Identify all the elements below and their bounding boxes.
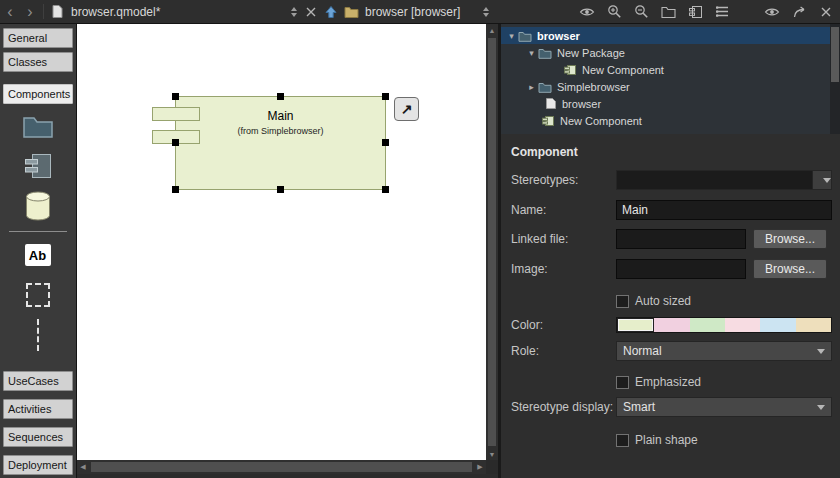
diagram-toolbar-actions [577, 2, 732, 22]
name-input[interactable] [616, 200, 832, 220]
selection-handle-bottom-center[interactable] [277, 186, 284, 193]
folder-icon [538, 47, 552, 59]
selection-handle-middle-left[interactable] [172, 139, 179, 146]
tree-item-simplebrowser[interactable]: ▸ Simplebrowser [501, 78, 840, 95]
annotation-text-icon: Ab [25, 244, 51, 266]
diagram-selector[interactable]: browser [browser] [361, 2, 493, 22]
palette-tab-classes[interactable]: Classes [3, 52, 73, 72]
add-package-button[interactable] [658, 2, 678, 22]
image-label: Image: [511, 262, 616, 276]
expander-expanded-icon[interactable]: ▾ [525, 48, 538, 58]
role-value: Normal [623, 344, 662, 358]
selection-handle-bottom-left[interactable] [172, 186, 179, 193]
role-dropdown[interactable]: Normal [616, 341, 832, 361]
tool-annotation[interactable]: Ab [0, 235, 75, 275]
spinner-arrows-icon[interactable] [291, 7, 297, 17]
image-row: Image: Browse... [511, 259, 832, 279]
scroll-up-arrow-icon[interactable]: ▲ [486, 24, 498, 36]
stereotype-display-row: Stereotype display: Smart [511, 397, 832, 417]
stereotypes-row: Stereotypes: [511, 170, 832, 190]
visibility-eye-button[interactable] [577, 2, 597, 22]
tree-item-browser-diagram[interactable]: browser [501, 95, 840, 112]
canvas-horizontal-scrollbar[interactable]: ◀ ▶ [77, 460, 486, 474]
tree-scrollbar[interactable] [830, 24, 840, 134]
canvas-vertical-scrollbar[interactable]: ▲ ▼ [486, 24, 498, 460]
folder-icon [538, 81, 552, 93]
scroll-right-arrow-icon[interactable]: ▶ [474, 461, 486, 473]
navigate-arrow-button[interactable]: ↗ [394, 97, 419, 121]
document-selector-value: browser.qmodel* [71, 5, 160, 19]
diagram-selector-value: browser [browser] [365, 5, 460, 19]
tool-component[interactable] [0, 148, 75, 188]
palette-bottom-tabs: UseCases Activities Sequences Deployment [0, 363, 76, 475]
plain-shape-checkbox[interactable] [616, 434, 629, 447]
preview-eye-button[interactable] [762, 2, 782, 22]
zoom-in-button[interactable] [604, 2, 624, 22]
color-swatch[interactable] [760, 318, 795, 332]
palette-tab-components[interactable]: Components [3, 84, 73, 104]
expander-collapsed-icon[interactable]: ▸ [525, 82, 538, 92]
component-shape-main[interactable]: Main (from Simplebrowser) [175, 96, 386, 190]
selection-handle-top-right[interactable] [382, 93, 389, 100]
color-swatch-selected[interactable] [617, 318, 654, 332]
image-input[interactable] [616, 259, 746, 279]
palette-tab-sequences[interactable]: Sequences [3, 427, 73, 447]
palette-tab-usecases[interactable]: UseCases [3, 371, 73, 391]
forward-button[interactable]: › [20, 2, 40, 22]
color-swatch[interactable] [725, 318, 760, 332]
palette-tab-activities[interactable]: Activities [3, 399, 73, 419]
stereotypes-combobox[interactable] [616, 170, 832, 190]
chevron-down-icon[interactable] [812, 171, 831, 189]
name-label: Name: [511, 203, 616, 217]
auto-sized-checkbox[interactable] [616, 295, 629, 308]
selection-handle-middle-right[interactable] [382, 139, 389, 146]
scroll-down-arrow-icon[interactable]: ▼ [486, 448, 498, 460]
component-port-top[interactable] [152, 107, 200, 121]
top-toolbar: ‹ › browser.qmodel* browser [browser] [0, 0, 840, 24]
zoom-out-button[interactable] [631, 2, 651, 22]
tool-swimlane[interactable] [0, 315, 75, 355]
back-button[interactable]: ‹ [0, 2, 20, 22]
color-label: Color: [511, 318, 616, 332]
link-with-editor-button[interactable] [789, 2, 809, 22]
close-panel-button[interactable] [816, 2, 836, 22]
tree-item-new-component[interactable]: New Component [501, 112, 840, 129]
selection-handle-top-center[interactable] [277, 93, 284, 100]
document-selector[interactable]: browser.qmodel* [67, 2, 301, 22]
linked-file-browse-button[interactable]: Browse... [753, 229, 827, 249]
close-document-button[interactable] [301, 2, 321, 22]
tree-item-new-package[interactable]: ▾ New Package [501, 44, 840, 61]
stereotype-display-dropdown[interactable]: Smart [616, 397, 832, 417]
package-icon [22, 114, 54, 142]
image-browse-button[interactable]: Browse... [753, 259, 827, 279]
tree-item-browser-root[interactable]: ▾ browser [501, 27, 840, 44]
selection-handle-bottom-right[interactable] [382, 186, 389, 193]
open-parent-diagram-button[interactable] [321, 2, 341, 22]
palette-tab-general[interactable]: General [3, 28, 73, 48]
color-swatch[interactable] [690, 318, 725, 332]
tool-database[interactable] [0, 188, 75, 228]
color-swatch[interactable] [796, 318, 831, 332]
spinner-arrows-icon[interactable] [483, 7, 489, 17]
scroll-left-arrow-icon[interactable]: ◀ [77, 461, 89, 473]
tree-item-new-component-nested[interactable]: New Component [501, 61, 840, 78]
diagram-canvas[interactable]: Main (from Simplebrowser) ↗ [77, 24, 486, 460]
add-component-button[interactable] [685, 2, 705, 22]
tool-package[interactable] [0, 108, 75, 148]
color-row: Color: [511, 315, 832, 335]
emphasized-checkbox[interactable] [616, 376, 629, 389]
palette-tools: Ab [0, 108, 75, 355]
palette-tab-deployment[interactable]: Deployment [3, 455, 73, 475]
color-swatch[interactable] [654, 318, 689, 332]
horizontal-scroll-thumb[interactable] [91, 462, 472, 472]
expander-expanded-icon[interactable]: ▾ [505, 31, 518, 41]
tree-scroll-thumb[interactable] [831, 27, 839, 82]
linked-file-label: Linked file: [511, 232, 616, 246]
selection-handle-top-left[interactable] [172, 93, 179, 100]
vertical-scroll-thumb[interactable] [488, 38, 496, 446]
tool-boundary[interactable] [0, 275, 75, 315]
panel-toolbar-actions [762, 2, 836, 22]
role-row: Role: Normal [511, 341, 832, 361]
add-diagram-button[interactable] [712, 2, 732, 22]
linked-file-input[interactable] [616, 229, 746, 249]
